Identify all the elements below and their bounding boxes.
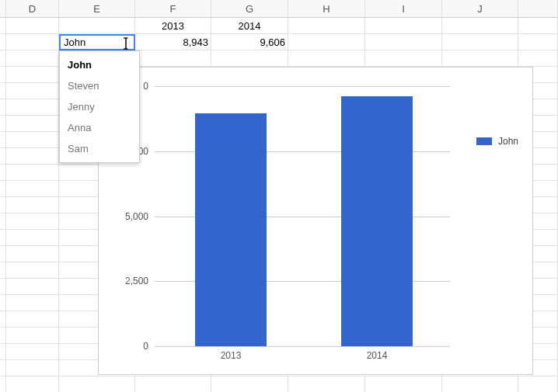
cell-empty[interactable] <box>442 50 518 67</box>
cell-empty[interactable] <box>365 376 442 392</box>
cell-empty[interactable] <box>6 328 59 344</box>
cell-empty[interactable] <box>288 376 365 392</box>
chart-x-tick-label: 2014 <box>341 350 413 361</box>
chart-bar <box>195 113 267 346</box>
legend-label: John <box>498 136 518 147</box>
cell-empty[interactable] <box>6 360 59 376</box>
cell-empty[interactable] <box>135 376 211 392</box>
cell-empty[interactable] <box>6 181 59 197</box>
cell-empty[interactable] <box>6 197 59 213</box>
cell-editor-input[interactable] <box>61 36 134 49</box>
cell-empty[interactable] <box>6 83 59 99</box>
cell-H2[interactable] <box>288 34 365 50</box>
chart-container[interactable]: John 20132014 02,5005,0007,5000 <box>98 67 533 375</box>
cell-empty[interactable] <box>135 50 211 67</box>
cell-D1[interactable] <box>6 18 59 34</box>
cell-empty[interactable] <box>6 116 59 132</box>
cell-I2[interactable] <box>365 34 442 50</box>
dropdown-item[interactable]: Steven <box>60 75 139 96</box>
dropdown-item[interactable]: Anna <box>60 117 139 138</box>
cell-empty[interactable] <box>288 50 365 67</box>
col-header-G[interactable]: G <box>211 0 288 18</box>
dropdown-item[interactable]: Sam <box>60 138 139 159</box>
chart-plot-area <box>155 86 450 346</box>
col-header-edge <box>0 0 6 18</box>
cell-empty[interactable] <box>6 132 59 148</box>
row-1[interactable]: 2013 2014 <box>0 18 558 34</box>
cell-H1[interactable] <box>288 18 365 34</box>
row-empty[interactable] <box>0 376 558 392</box>
cell-empty[interactable] <box>6 311 59 328</box>
cell-empty[interactable] <box>211 376 288 392</box>
cell-empty[interactable] <box>6 344 59 360</box>
cell-empty[interactable] <box>211 50 288 67</box>
col-header-D[interactable]: D <box>6 0 59 18</box>
cell-empty[interactable] <box>6 230 59 246</box>
chart-y-tick-label: 5,000 <box>110 211 148 222</box>
spreadsheet[interactable]: D E F G H I J 2013 2014 8,943 9,606 <box>0 0 558 392</box>
chart-bar <box>341 96 413 346</box>
dropdown-item[interactable]: John <box>60 54 139 75</box>
cell-G1[interactable]: 2014 <box>211 18 288 34</box>
col-header-J[interactable]: J <box>442 0 518 18</box>
col-header-H[interactable]: H <box>288 0 365 18</box>
column-headers: D E F G H I J <box>0 0 558 18</box>
active-cell-E2[interactable] <box>59 34 135 50</box>
chart-x-tick-label: 2013 <box>195 350 267 361</box>
cell-empty[interactable] <box>6 262 59 279</box>
cell-J2[interactable] <box>442 34 518 50</box>
cell-G2[interactable]: 9,606 <box>211 34 288 50</box>
cell-I1[interactable] <box>365 18 442 34</box>
col-header-I[interactable]: I <box>365 0 442 18</box>
chart-y-tick-label: 2,500 <box>110 276 148 286</box>
cell-empty[interactable] <box>365 50 442 67</box>
cell-D2[interactable] <box>6 34 59 50</box>
cell-F2[interactable]: 8,943 <box>135 34 211 50</box>
cell-empty[interactable] <box>6 67 59 83</box>
cell-empty[interactable] <box>442 376 518 392</box>
cell-empty[interactable] <box>6 148 59 165</box>
cell-F1[interactable]: 2013 <box>135 18 211 34</box>
cell-empty[interactable] <box>6 246 59 262</box>
chart-gridline <box>155 86 450 87</box>
chart-gridline <box>155 346 450 347</box>
cell-empty[interactable] <box>6 99 59 116</box>
cell-E1[interactable] <box>59 18 135 34</box>
cell-empty[interactable] <box>6 376 59 392</box>
cell-empty[interactable] <box>6 279 59 295</box>
cell-empty[interactable] <box>6 213 59 230</box>
cell-empty[interactable] <box>6 165 59 181</box>
dropdown-item[interactable]: Jenny <box>60 96 139 117</box>
chart-legend: John <box>476 136 518 147</box>
col-header-rest <box>518 0 558 18</box>
cell-J1[interactable] <box>442 18 518 34</box>
autocomplete-dropdown[interactable]: JohnStevenJennyAnnaSam <box>59 50 140 163</box>
cell-empty[interactable] <box>6 295 59 311</box>
cell-empty[interactable] <box>59 376 135 392</box>
col-header-E[interactable]: E <box>59 0 135 18</box>
legend-swatch-icon <box>476 137 492 145</box>
col-header-F[interactable]: F <box>135 0 211 18</box>
chart-y-tick-label: 0 <box>110 341 148 352</box>
cell-empty[interactable] <box>6 50 59 67</box>
